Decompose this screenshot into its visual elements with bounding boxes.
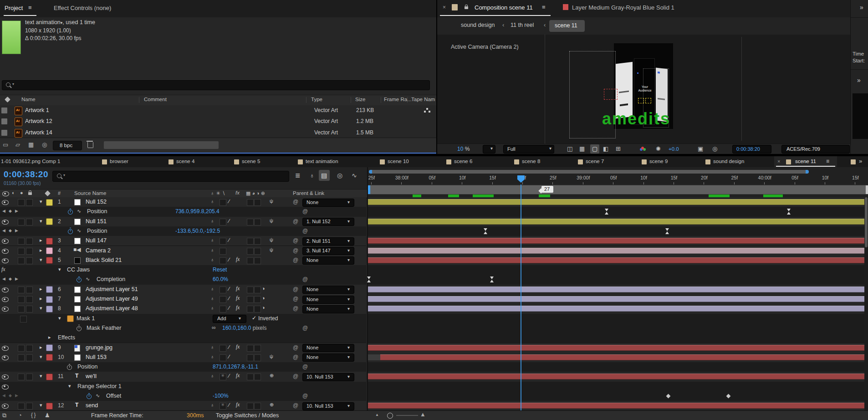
fx-switch-icon[interactable]: fx — [236, 286, 240, 291]
expand-chevron-icon[interactable]: ▾ — [40, 305, 42, 311]
toggle-switches-modes-button[interactable]: Toggle Switches / Modes — [216, 412, 279, 419]
switch-box[interactable] — [247, 403, 254, 410]
property-row[interactable]: Mask Feather∞160.0,160.0 pixels@ — [0, 323, 366, 333]
shy-switch-icon[interactable]: ♁ — [210, 402, 214, 408]
expand-chevron-icon[interactable]: ▾ — [58, 266, 61, 272]
timeline-search-input[interactable]: ▾ — [52, 171, 289, 182]
new-folder-icon[interactable]: ▱ — [15, 141, 20, 148]
graph-icon[interactable]: ∿ — [77, 208, 81, 214]
track-lane[interactable] — [367, 256, 865, 266]
keyframe-icon[interactable] — [490, 277, 494, 279]
link-dimensions-icon[interactable]: ∞ — [212, 324, 216, 331]
switch-box[interactable] — [220, 238, 226, 245]
mask-name[interactable]: Mask 1 — [77, 315, 95, 322]
composition-mini-flowchart-icon[interactable]: ≣ — [295, 172, 301, 179]
property-value[interactable]: -100% — [213, 393, 229, 399]
expand-chevron-icon[interactable]: ▾ — [40, 218, 42, 224]
column-header[interactable]: Name — [21, 97, 36, 102]
property-name[interactable]: Mask Feather — [87, 325, 121, 331]
timeline-tab[interactable]: scene 6 — [454, 159, 472, 164]
color-space-box[interactable]: ACES/Rec.709 — [781, 145, 850, 154]
parent-fork-icon[interactable]: ψ — [270, 247, 273, 252]
track-lane[interactable] — [367, 285, 865, 295]
timeline-tab[interactable]: scene 4 — [176, 159, 194, 164]
project-item-title[interactable]: text animation▾, used 1 time — [25, 19, 95, 26]
zoom-out-mountain-icon[interactable]: ▲ — [375, 413, 379, 417]
table-row[interactable]: AiArtwork 12Vector Art1.2 MB — [0, 116, 436, 128]
pickwhip-icon[interactable]: @ — [293, 305, 298, 312]
graph-icon[interactable]: ∿ — [86, 276, 90, 282]
layer-duration-bar[interactable] — [368, 257, 865, 263]
label-color-swatch[interactable] — [46, 247, 53, 254]
parent-link-column-label[interactable]: Parent & Link — [293, 190, 324, 196]
group-name[interactable]: Effects — [58, 334, 75, 341]
solo-toggle-box[interactable] — [26, 257, 33, 264]
keyframe-icon[interactable] — [367, 277, 371, 279]
keyframe-diamond-icon[interactable] — [666, 394, 671, 399]
timeline-zoom-track[interactable] — [396, 415, 418, 416]
3d-switch-icon[interactable]: ⊕ — [270, 373, 274, 379]
switch-box[interactable] — [247, 306, 254, 312]
timeline-horizontal-scrollbar[interactable] — [369, 170, 809, 174]
pickwhip-icon[interactable]: @ — [293, 199, 298, 205]
add-keyframe-icon[interactable]: ◆ — [9, 209, 12, 213]
switch-box[interactable] — [254, 345, 261, 352]
switch-box[interactable] — [220, 287, 226, 293]
quality-switch-icon[interactable]: ∕ — [229, 237, 230, 243]
adjustment-switch-icon[interactable]: ◑ — [262, 286, 265, 291]
adjustment-switch-icon[interactable]: ◑ — [262, 305, 265, 310]
pickwhip-icon[interactable]: @ — [293, 402, 298, 409]
switch-box[interactable] — [254, 257, 261, 264]
stopwatch-icon[interactable] — [77, 326, 82, 331]
pickwhip-icon[interactable]: @ — [293, 296, 298, 302]
close-icon[interactable]: × — [443, 4, 446, 10]
timeline-tab[interactable]: scene 8 — [522, 159, 540, 164]
solo-toggle-box[interactable] — [26, 287, 33, 293]
inverted-checkbox[interactable]: ✓ — [252, 315, 256, 321]
layer-name[interactable]: Null 153 — [86, 354, 107, 360]
track-lane[interactable] — [367, 314, 865, 324]
label-color-swatch[interactable] — [46, 374, 53, 380]
layer-duration-bar[interactable] — [368, 403, 865, 409]
source-name-column-label[interactable]: Source Name — [74, 190, 106, 196]
zoom-in-mountain-icon[interactable]: ▲ — [420, 411, 426, 418]
fx-switch-icon[interactable]: fx — [236, 373, 240, 378]
parent-fork-icon[interactable]: ψ — [270, 353, 273, 359]
fx-switch-icon[interactable]: fx — [236, 402, 240, 407]
parent-dropdown[interactable]: None▾ — [302, 353, 354, 362]
pickwhip-icon[interactable]: @ — [302, 364, 308, 370]
expand-chevron-icon[interactable]: ▾ — [58, 315, 61, 321]
property-row[interactable]: ▾Mask 1Add▾✓Inverted — [0, 314, 366, 324]
switch-box[interactable] — [220, 219, 226, 225]
expand-chevron-icon[interactable]: ▸ — [40, 237, 42, 243]
next-keyframe-icon[interactable]: ▶ — [15, 277, 18, 281]
audio-toggle-box[interactable] — [18, 257, 25, 264]
motion-blur-icon[interactable]: ◎ — [337, 172, 342, 179]
layer-row[interactable]: ▾8Adjustment Layer 48♁∕fx◑@None▾ — [0, 304, 366, 314]
switch-box[interactable] — [254, 354, 261, 361]
layer-row[interactable]: ▾1Null 152♁∕ψ@None▾ — [0, 197, 366, 207]
track-lane[interactable] — [367, 333, 865, 343]
add-keyframe-icon[interactable]: ◆ — [9, 393, 12, 398]
switch-box[interactable] — [247, 219, 254, 225]
track-lane[interactable] — [367, 323, 865, 333]
visibility-eye-icon[interactable] — [2, 220, 9, 225]
prev-keyframe-icon[interactable]: ◀ — [2, 277, 5, 281]
layer-duration-bar[interactable] — [368, 248, 865, 254]
timeline-vertical-scrollbar[interactable] — [864, 197, 868, 410]
parent-dropdown[interactable]: None▾ — [302, 199, 354, 207]
parent-fork-icon[interactable]: ψ — [270, 218, 273, 223]
switch-box[interactable] — [220, 257, 226, 264]
parent-dropdown[interactable]: None▾ — [302, 286, 354, 294]
layer-name[interactable]: Null 151 — [86, 218, 107, 225]
visibility-eye-icon[interactable] — [2, 346, 9, 351]
row-color-chip[interactable] — [1, 108, 7, 113]
label-color-swatch[interactable] — [46, 354, 53, 361]
reset-link[interactable]: Reset — [213, 266, 227, 273]
column-header[interactable]: Tape Nam — [411, 97, 435, 102]
switch-box[interactable] — [220, 345, 226, 352]
pickwhip-icon[interactable]: @ — [302, 228, 308, 234]
mask-color-swatch[interactable] — [67, 315, 74, 322]
layer-duration-bar[interactable] — [368, 219, 865, 225]
layer-row[interactable]: ▸6Adjustment Layer 51♁∕fx◑@None▾ — [0, 285, 366, 295]
